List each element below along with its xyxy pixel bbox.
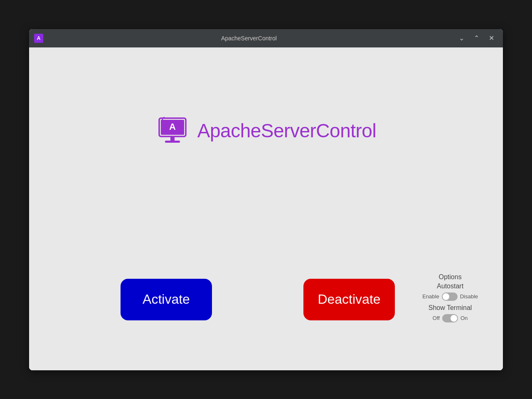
deactivate-button[interactable]: Deactivate	[303, 279, 395, 320]
close-button[interactable]: ✕	[485, 32, 498, 44]
logo-icon: A	[156, 114, 189, 147]
app-title: ApacheServerControl	[197, 119, 376, 142]
on-label: On	[461, 315, 468, 321]
svg-rect-2	[165, 141, 180, 143]
options-title: Options	[422, 273, 478, 281]
app-window: A ApacheServerControl ⌄ ⌃ ✕	[29, 29, 503, 370]
autostart-toggle[interactable]	[442, 292, 458, 301]
window-controls: ⌄ ⌃ ✕	[455, 32, 498, 44]
terminal-toggle-row: Off On	[422, 314, 478, 322]
svg-rect-1	[170, 136, 175, 141]
off-label: Off	[433, 315, 440, 321]
main-content: A ApacheServerControl Activate Deactivat…	[29, 47, 503, 370]
disable-label: Disable	[460, 293, 478, 300]
maximize-button[interactable]: ⌃	[470, 32, 483, 44]
options-panel: Options Autostart Enable Disable Show Te…	[422, 273, 478, 326]
activate-button[interactable]: Activate	[121, 279, 212, 320]
window-title: ApacheServerControl	[43, 35, 455, 42]
buttons-area: Activate Deactivate Options Autostart En…	[29, 279, 503, 320]
autostart-toggle-row: Enable Disable	[422, 292, 478, 301]
titlebar: A ApacheServerControl ⌄ ⌃ ✕	[29, 29, 503, 47]
autostart-label: Autostart	[422, 283, 478, 290]
minimize-button[interactable]: ⌄	[455, 32, 468, 44]
svg-text:A: A	[169, 121, 176, 132]
app-icon: A	[34, 34, 43, 43]
terminal-toggle[interactable]	[442, 314, 458, 322]
logo-area: A ApacheServerControl	[156, 114, 376, 147]
enable-label: Enable	[422, 293, 439, 300]
show-terminal-label: Show Terminal	[422, 304, 478, 312]
